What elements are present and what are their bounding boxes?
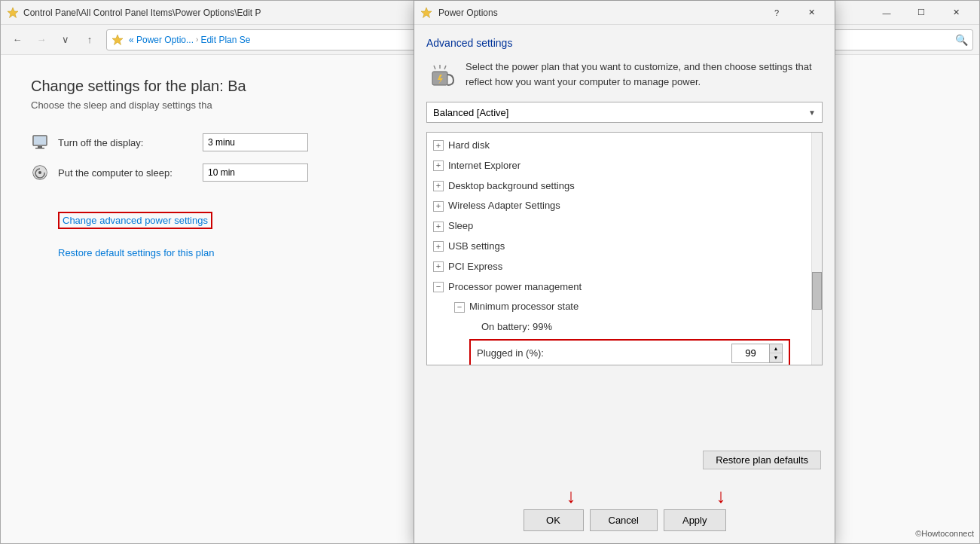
tree-item-usb[interactable]: + USB settings: [427, 237, 808, 257]
minimize-button[interactable]: —: [869, 1, 904, 25]
settings-tree[interactable]: + Hard disk + Internet Explorer + Deskto…: [426, 132, 823, 365]
restore-defaults-link[interactable]: Restore default settings for this plan: [58, 247, 214, 258]
close-button[interactable]: ✕: [939, 1, 973, 25]
expand-usb-icon[interactable]: +: [433, 241, 444, 252]
turn-off-value[interactable]: 3 minu: [203, 133, 308, 151]
svg-rect-5: [34, 136, 46, 145]
ok-arrow-icon: ↓: [566, 484, 576, 508]
chevron-down-icon: ▼: [808, 108, 816, 117]
tree-label-ie: Internet Explorer: [448, 158, 521, 174]
tree-item-min-proc[interactable]: − Minimum processor state: [427, 297, 808, 317]
spinner-controls: ▲ ▼: [770, 344, 782, 362]
svg-line-14: [444, 66, 446, 69]
plugged-in-label: Plugged in (%):: [477, 347, 544, 359]
ok-button[interactable]: OK: [524, 509, 584, 531]
bg-window-icon: [7, 7, 19, 19]
search-box[interactable]: 🔍: [823, 29, 973, 50]
tree-item-ie[interactable]: + Internet Explorer: [427, 156, 808, 176]
breadcrumb-part1[interactable]: « Power Optio...: [129, 35, 194, 45]
change-advanced-settings-link[interactable]: Change advanced power settings: [58, 212, 212, 229]
tree-label-on-battery: On battery: 99%: [481, 319, 552, 335]
tree-label-processor-mgmt: Processor power management: [448, 280, 582, 295]
action-buttons-row: ↓ OK Cancel ↓ Apply: [426, 477, 823, 531]
maximize-button[interactable]: ☐: [904, 1, 939, 25]
tree-item-processor-mgmt[interactable]: − Processor power management: [427, 277, 808, 298]
apply-arrow-icon: ↓: [716, 484, 726, 508]
tree-label-min-proc: Minimum processor state: [469, 299, 579, 315]
tree-label-desktop-bg: Desktop background settings: [448, 179, 575, 194]
tree-item-desktop-bg[interactable]: + Desktop background settings: [427, 176, 808, 197]
tree-item-sleep[interactable]: + Sleep: [427, 216, 808, 237]
forward-button: →: [31, 29, 52, 50]
monitor-icon: [31, 133, 49, 151]
dialog-titlebar: Power Options ? ✕: [414, 1, 835, 25]
description-row: Select the power plan that you want to c…: [426, 60, 823, 90]
svg-marker-1: [112, 35, 123, 45]
sleep-value[interactable]: 10 min: [203, 164, 308, 182]
expand-pci-icon[interactable]: +: [433, 261, 444, 272]
dialog-close-button[interactable]: ✕: [794, 1, 829, 25]
up-button[interactable]: ↑: [79, 29, 100, 50]
dialog-body: Advanced settings Select the power pl: [414, 25, 835, 445]
copyright-text: ©Howtoconnect: [915, 529, 974, 538]
tree-item-pci[interactable]: + PCI Express: [427, 257, 808, 277]
spinner-up-button[interactable]: ▲: [770, 344, 782, 353]
restore-plan-defaults-button[interactable]: Restore plan defaults: [703, 451, 821, 469]
spinner-down-button[interactable]: ▼: [770, 353, 782, 362]
svg-rect-4: [35, 148, 44, 149]
advanced-settings-title: Advanced settings: [426, 37, 823, 49]
turn-off-label: Turn off the display:: [58, 137, 194, 148]
back-button[interactable]: ←: [7, 29, 28, 50]
plugged-in-spinner[interactable]: ▲ ▼: [731, 344, 783, 363]
dialog-footer: Restore plan defaults ↓ OK Cancel ↓ Appl…: [414, 445, 835, 543]
tree-scrollbar[interactable]: [811, 133, 822, 365]
svg-rect-3: [38, 146, 42, 148]
tree-label-hard-disk: Hard disk: [448, 138, 490, 154]
expand-desktop-bg-icon[interactable]: +: [433, 181, 444, 191]
breadcrumb: « Power Optio... › Edit Plan Se: [111, 34, 250, 46]
power-mug-icon: [426, 60, 456, 90]
breadcrumb-part2[interactable]: Edit Plan Se: [200, 35, 250, 45]
tree-label-pci: PCI Express: [448, 259, 502, 275]
dialog-title-text: Power Options: [438, 8, 753, 18]
dialog-icon: [420, 7, 432, 19]
tree-label-sleep: Sleep: [448, 219, 473, 234]
sleep-icon: [31, 164, 49, 182]
expand-sleep-icon[interactable]: +: [433, 222, 444, 232]
collapse-min-proc-icon[interactable]: −: [454, 302, 465, 313]
plugged-in-container: Plugged in (%): ▲ ▼: [427, 338, 808, 365]
svg-marker-0: [8, 8, 18, 18]
expand-hard-disk-icon[interactable]: +: [433, 140, 444, 151]
cancel-button[interactable]: Cancel: [590, 509, 658, 531]
apply-button[interactable]: Apply: [664, 509, 726, 531]
plan-dropdown[interactable]: Balanced [Active] ▼: [426, 102, 823, 123]
tree-item-on-battery: On battery: 99%: [427, 317, 808, 338]
svg-marker-9: [421, 8, 432, 18]
scrollbar-thumb: [812, 272, 822, 310]
search-icon: 🔍: [955, 34, 968, 46]
tree-label-usb: USB settings: [448, 239, 505, 255]
description-text: Select the power plan that you want to c…: [466, 60, 823, 89]
dialog-controls: ? ✕: [759, 1, 829, 25]
power-options-dialog: Power Options ? ✕ Advanced settings: [414, 0, 835, 544]
expand-ie-icon[interactable]: +: [433, 160, 444, 171]
sleep-label: Put the computer to sleep:: [58, 167, 194, 179]
collapse-processor-icon[interactable]: −: [433, 282, 444, 292]
tree-item-hard-disk[interactable]: + Hard disk: [427, 136, 808, 156]
dialog-help-button[interactable]: ?: [759, 1, 794, 25]
tree-item-wireless[interactable]: + Wireless Adapter Settings: [427, 196, 808, 216]
svg-point-8: [38, 171, 41, 174]
plugged-in-row: Plugged in (%): ▲ ▼: [469, 339, 790, 365]
expand-wireless-icon[interactable]: +: [433, 201, 444, 212]
down-arrow-button[interactable]: ∨: [55, 29, 76, 50]
plan-dropdown-value: Balanced [Active]: [433, 107, 508, 118]
svg-line-12: [434, 66, 435, 69]
titlebar-controls: — ☐ ✕: [869, 1, 973, 25]
tree-label-wireless: Wireless Adapter Settings: [448, 198, 560, 214]
plugged-in-input[interactable]: [732, 344, 770, 362]
